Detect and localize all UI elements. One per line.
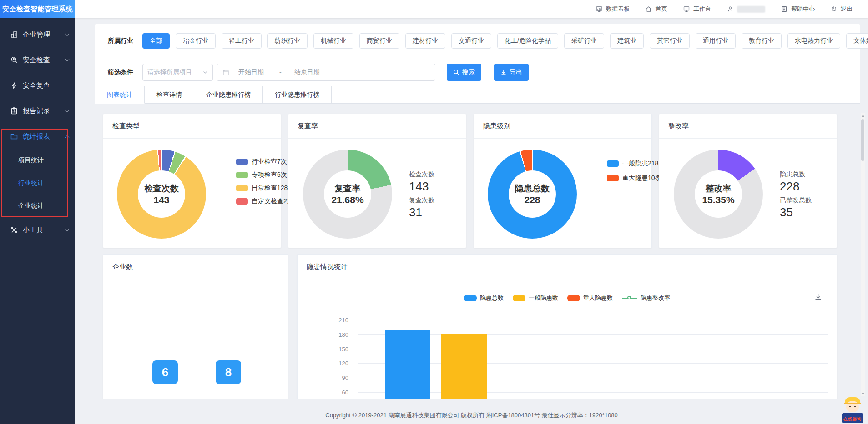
building-icon (10, 30, 18, 39)
industry-button-education[interactable]: 教育行业 (742, 33, 782, 49)
enterprise-count-node[interactable]: 8 (216, 360, 241, 384)
scrollbar-down-arrow[interactable] (861, 391, 865, 396)
legend-item[interactable]: 重大隐患数 (567, 294, 613, 302)
industry-button-commerce[interactable]: 商贸行业 (359, 33, 399, 49)
bar-hazard-total[interactable] (385, 330, 430, 399)
sidebar-item-safety-inspection[interactable]: 安全检查 (0, 47, 75, 73)
card-enterprise-count: 企业数 6 8 (103, 254, 288, 399)
card-check-type: 检查类型 检查次数 143 行业检查7次 专项检查6次 日常检查128次 自定义… (103, 114, 281, 248)
nav-data-board[interactable]: 数据看板 (595, 5, 630, 13)
nav-workbench[interactable]: 工作台 (683, 5, 711, 13)
sidebar-item-project-statistics[interactable]: 项目统计 (0, 149, 75, 172)
card-title: 隐患级别 (474, 114, 651, 139)
start-date-input[interactable]: 开始日期 (238, 68, 264, 76)
bar-general-hazard[interactable] (441, 334, 487, 399)
legend-swatch (236, 159, 248, 165)
sidebar-item-report-records[interactable]: 报告记录 (0, 98, 75, 124)
legend-item[interactable]: 隐患总数 (464, 294, 504, 302)
industry-button-chemical[interactable]: 化工/危险化学品 (497, 33, 558, 49)
user-icon (727, 5, 734, 13)
enterprise-count-node[interactable]: 6 (152, 360, 178, 384)
nav-user[interactable] (727, 5, 765, 13)
industry-filter-row: 所属行业 全部 冶金行业 轻工行业 纺织行业 机械行业 商贸行业 建材行业 交通… (95, 24, 860, 58)
legend-item[interactable]: 一般隐患218条 (607, 160, 665, 168)
nav-logout[interactable]: 退出 (830, 5, 853, 13)
legend-item[interactable]: 隐患整改率 (622, 294, 670, 302)
legend-swatch (236, 198, 248, 205)
donut-center-label: 隐患总数 228 (505, 183, 560, 205)
chevron-down-icon (65, 227, 70, 232)
data-board-icon (595, 5, 603, 13)
industry-button-utilities[interactable]: 水电热力行业 (787, 33, 840, 49)
legend-swatch (464, 295, 477, 301)
tabs-bar: 图表统计 检查详情 企业隐患排行榜 行业隐患排行榜 (95, 86, 860, 104)
check-type-donut-chart[interactable]: 检查次数 143 (117, 150, 206, 239)
industry-button-textile[interactable]: 纺织行业 (267, 33, 308, 49)
tab-enterprise-hazard-ranking[interactable]: 企业隐患排行榜 (194, 86, 263, 103)
card-title: 检查类型 (103, 114, 281, 139)
online-service-widget[interactable]: 在线咨询 (841, 397, 864, 423)
date-separator: - (279, 69, 282, 76)
legend-item[interactable]: 日常检查128次 (236, 184, 294, 192)
export-button[interactable]: 导出 (494, 64, 529, 81)
industry-button-construction[interactable]: 建筑业 (610, 33, 644, 49)
sidebar-item-safety-review[interactable]: 安全复查 (0, 73, 75, 98)
chevron-down-icon (65, 108, 70, 113)
power-icon (830, 5, 838, 13)
sidebar-item-enterprise-statistics[interactable]: 企业统计 (0, 195, 75, 217)
chevron-up-icon (65, 135, 70, 140)
legend-swatch (236, 172, 248, 178)
chart-download-icon[interactable] (814, 293, 822, 303)
app-logo: 安全检查智能管理系统 (0, 0, 75, 18)
legend-item[interactable]: 专项检查6次 (236, 171, 294, 179)
tab-inspection-details[interactable]: 检查详情 (145, 86, 194, 103)
scrollbar-up-arrow[interactable] (861, 113, 865, 118)
charts-area: 检查类型 检查次数 143 行业检查7次 专项检查6次 日常检查128次 自定义… (95, 109, 860, 399)
industry-button-metallurgy[interactable]: 冶金行业 (176, 33, 216, 49)
legend-swatch (607, 160, 619, 167)
sidebar-item-enterprise-management[interactable]: 企业管理 (0, 22, 75, 47)
search-icon (453, 69, 459, 75)
industry-button-mining[interactable]: 采矿行业 (564, 33, 604, 49)
end-date-input[interactable]: 结束日期 (294, 68, 320, 76)
filter-panel: 所属行业 全部 冶金行业 轻工行业 纺织行业 机械行业 商贸行业 建材行业 交通… (95, 24, 860, 104)
industry-button-transportation[interactable]: 交通行业 (451, 33, 491, 49)
review-rate-donut-chart[interactable]: 复查率 21.68% (303, 150, 392, 239)
hazard-level-donut-chart[interactable]: 隐患总数 228 (488, 150, 577, 239)
card-review-rate: 复查率 复查率 21.68% 检查次数 143 复查次数 31 (288, 114, 466, 248)
industry-button-sports-entertainment[interactable]: 文体娱乐 (846, 33, 868, 49)
date-range-picker[interactable]: 开始日期 - 结束日期 (217, 64, 435, 81)
industry-button-building-materials[interactable]: 建材行业 (405, 33, 445, 49)
chevron-down-icon (65, 32, 70, 36)
legend-item[interactable]: 重大隐患10条 (607, 174, 665, 182)
tab-chart-statistics[interactable]: 图表统计 (95, 86, 145, 104)
rectify-rate-donut-chart[interactable]: 整改率 15.35% (674, 150, 763, 239)
card-title: 复查率 (288, 114, 466, 139)
industry-button-light-industry[interactable]: 轻工行业 (222, 33, 262, 49)
review-rate-stats: 检查次数 143 复查次数 31 (409, 170, 434, 222)
check-type-legend: 行业检查7次 专项检查6次 日常检查128次 自定义检查2次 (236, 158, 294, 205)
donut-center-label: 复查率 21.68% (320, 183, 375, 205)
legend-item[interactable]: 自定义检查2次 (236, 197, 294, 205)
industry-button-machinery[interactable]: 机械行业 (313, 33, 353, 49)
card-title: 隐患情况统计 (298, 255, 837, 279)
scrollbar-thumb[interactable] (861, 119, 864, 161)
search-button[interactable]: 搜索 (447, 64, 481, 81)
top-header: 安全检查智能管理系统 数据看板 首页 工作台 帮助中心 退出 (0, 0, 868, 18)
legend-swatch (607, 175, 619, 181)
filter-conditions-row: 筛选条件 请选择所属项目 开始日期 - 结束日期 搜索 导出 (95, 58, 860, 86)
sidebar-item-small-tools[interactable]: 小工具 (0, 217, 75, 243)
industry-button-other[interactable]: 其它行业 (650, 33, 690, 49)
legend-item[interactable]: 一般隐患数 (513, 294, 558, 302)
sidebar-item-statistics-reports[interactable]: 统计报表 (0, 124, 75, 149)
industry-button-all[interactable]: 全部 (142, 33, 170, 49)
home-icon (645, 5, 652, 13)
nav-help-center[interactable]: 帮助中心 (781, 5, 815, 13)
nav-home[interactable]: 首页 (645, 5, 667, 13)
sidebar-item-industry-statistics[interactable]: 行业统计 (0, 172, 75, 195)
legend-item[interactable]: 行业检查7次 (236, 158, 294, 166)
tab-industry-hazard-ranking[interactable]: 行业隐患排行榜 (263, 86, 332, 103)
rectify-rate-stats: 隐患总数 228 已整改总数 35 (780, 170, 812, 222)
industry-button-general[interactable]: 通用行业 (696, 33, 736, 49)
project-select[interactable]: 请选择所属项目 (142, 64, 213, 81)
